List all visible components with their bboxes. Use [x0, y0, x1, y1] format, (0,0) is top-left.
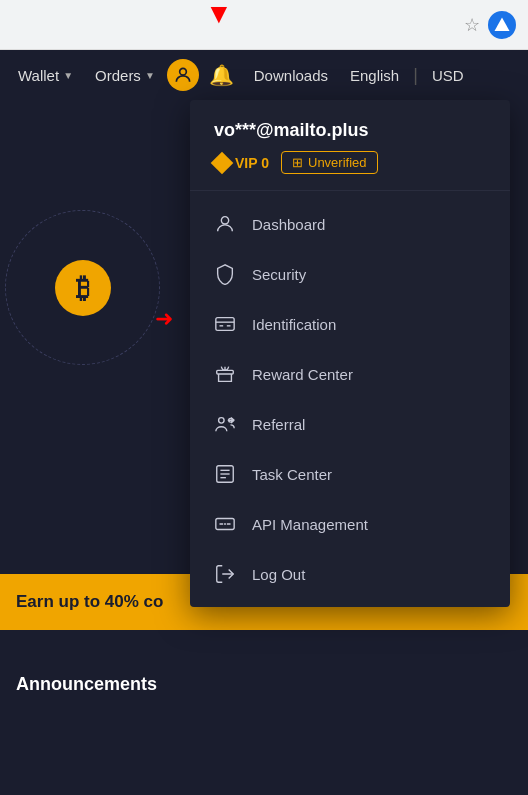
arrow-right-indicator: ➜: [155, 308, 173, 330]
menu-item-dashboard[interactable]: Dashboard: [190, 199, 510, 249]
svg-point-8: [219, 418, 225, 424]
wallet-label: Wallet: [18, 67, 59, 84]
announcements-heading: Announcements: [16, 674, 157, 695]
user-email: vo***@mailto.plus: [214, 120, 486, 141]
menu-item-security[interactable]: Security: [190, 249, 510, 299]
user-badges: VIP 0 ⊞ Unverified: [214, 151, 486, 174]
user-dropdown-panel: vo***@mailto.plus VIP 0 ⊞ Unverified Das…: [190, 100, 510, 607]
nav-orders[interactable]: Orders ▼: [85, 61, 165, 90]
log-out-icon: [214, 563, 236, 585]
svg-point-1: [179, 68, 186, 75]
notification-bell-icon[interactable]: 🔔: [201, 57, 242, 93]
browser-logo: [488, 11, 516, 39]
dropdown-header: vo***@mailto.plus VIP 0 ⊞ Unverified: [190, 100, 510, 191]
menu-item-identification[interactable]: Identification: [190, 299, 510, 349]
main-navbar: Wallet ▼ Orders ▼ 🔔 Downloads English | …: [0, 50, 528, 100]
usd-label: USD: [432, 67, 464, 84]
menu-item-log-out[interactable]: Log Out: [190, 549, 510, 599]
log-out-label: Log Out: [252, 566, 305, 583]
english-label: English: [350, 67, 399, 84]
dropdown-menu: Dashboard Security Identification Reward…: [190, 191, 510, 607]
bitcoin-icon: ₿: [55, 260, 111, 316]
svg-rect-3: [216, 318, 234, 331]
reward-center-icon: [214, 363, 236, 385]
nav-wallet[interactable]: Wallet ▼: [8, 61, 83, 90]
earn-text: Earn up to 40% co: [16, 592, 163, 612]
security-icon: [214, 263, 236, 285]
bookmark-icon[interactable]: ☆: [464, 14, 480, 36]
nav-downloads[interactable]: Downloads: [244, 61, 338, 90]
vip-label: VIP 0: [235, 155, 269, 171]
nav-divider: |: [411, 65, 420, 86]
downloads-label: Downloads: [254, 67, 328, 84]
browser-chrome: ☆: [0, 0, 528, 50]
task-center-icon: [214, 463, 236, 485]
nav-usd[interactable]: USD: [422, 61, 474, 90]
reward-center-label: Reward Center: [252, 366, 353, 383]
wallet-chevron: ▼: [63, 70, 73, 81]
identification-label: Identification: [252, 316, 336, 333]
unverified-label: Unverified: [308, 155, 367, 170]
arrow-down-indicator: ▼: [205, 0, 233, 28]
orders-label: Orders: [95, 67, 141, 84]
unverified-badge[interactable]: ⊞ Unverified: [281, 151, 378, 174]
dashboard-label: Dashboard: [252, 216, 325, 233]
diamond-icon: [211, 151, 234, 174]
user-avatar-icon[interactable]: [167, 59, 199, 91]
menu-item-referral[interactable]: Referral: [190, 399, 510, 449]
identification-icon: [214, 313, 236, 335]
api-management-icon: [214, 513, 236, 535]
svg-point-2: [221, 217, 228, 224]
api-management-label: API Management: [252, 516, 368, 533]
menu-item-api-management[interactable]: API Management: [190, 499, 510, 549]
referral-label: Referral: [252, 416, 305, 433]
referral-icon: [214, 413, 236, 435]
menu-item-reward-center[interactable]: Reward Center: [190, 349, 510, 399]
nav-english[interactable]: English: [340, 61, 409, 90]
svg-point-20: [224, 523, 226, 525]
id-card-icon: ⊞: [292, 155, 303, 170]
security-label: Security: [252, 266, 306, 283]
svg-marker-0: [495, 17, 510, 31]
menu-item-task-center[interactable]: Task Center: [190, 449, 510, 499]
dashboard-icon: [214, 213, 236, 235]
orders-chevron: ▼: [145, 70, 155, 81]
vip-badge: VIP 0: [214, 155, 269, 171]
task-center-label: Task Center: [252, 466, 332, 483]
